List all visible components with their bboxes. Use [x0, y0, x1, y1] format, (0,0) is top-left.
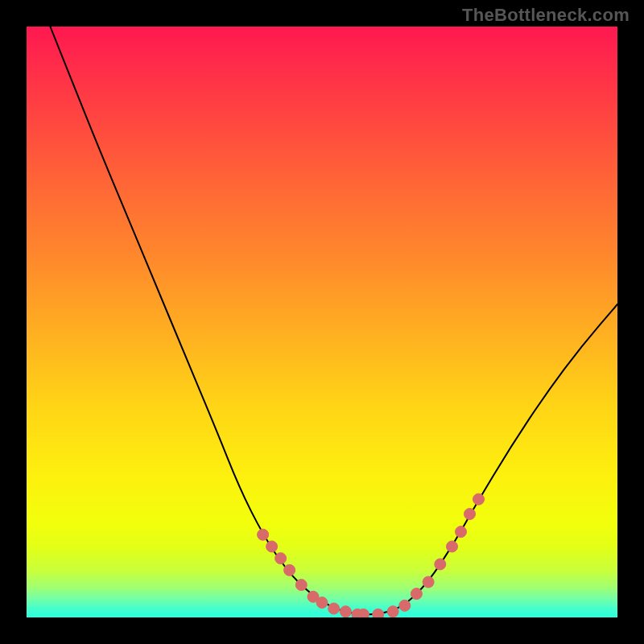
highlight-dot [423, 576, 434, 588]
highlight-dot [411, 588, 422, 600]
chart-svg [27, 27, 617, 617]
highlight-dot [387, 606, 398, 617]
highlight-dot [316, 597, 328, 609]
highlight-dot [447, 541, 458, 552]
highlight-dot [284, 564, 295, 576]
highlight-dot [275, 553, 287, 564]
highlight-dot [473, 493, 485, 505]
highlight-dot [464, 509, 476, 520]
highlight-dot [328, 603, 340, 614]
highlight-dot [373, 609, 384, 617]
bottleneck-curve [50, 27, 617, 614]
highlight-dot [399, 600, 411, 611]
highlight-dot [340, 606, 351, 617]
highlight-dot [435, 559, 446, 570]
highlight-dots-group [258, 493, 485, 617]
plot-area [27, 27, 617, 617]
highlight-dot [258, 529, 269, 540]
highlight-dot [357, 609, 369, 617]
chart-frame: TheBottleneck.com [0, 0, 644, 644]
highlight-dot [456, 526, 467, 538]
watermark-text: TheBottleneck.com [462, 5, 630, 26]
highlight-dot [266, 541, 278, 552]
highlight-dot [295, 580, 307, 591]
